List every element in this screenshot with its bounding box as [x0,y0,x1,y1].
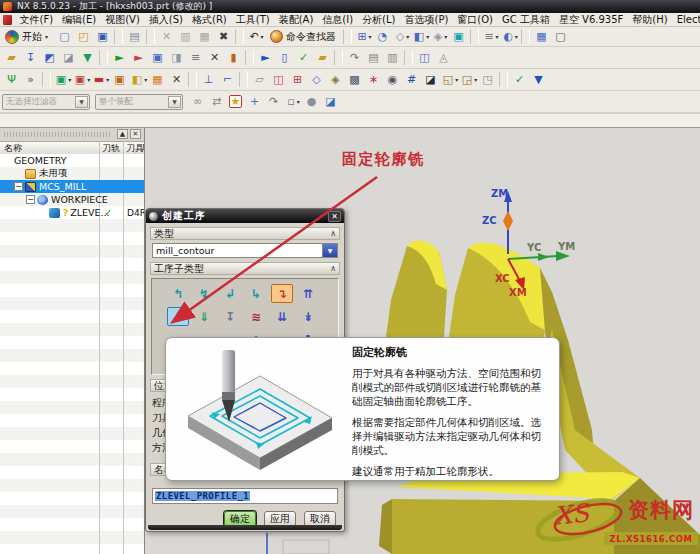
subtype-section-header[interactable]: 工序子类型 ∧ [150,262,340,275]
menu-item[interactable]: 分析(L) [358,13,400,27]
menu-item[interactable]: 工具(T) [231,13,274,27]
menu-item[interactable]: 插入(S) [144,13,187,27]
sphere-select-icon[interactable]: ● [302,93,321,110]
undo-icon[interactable]: ↶▾ [246,28,265,45]
menu-item[interactable]: 首选项(P) [400,13,453,27]
list-toolpath-icon[interactable]: ≡ [186,49,205,66]
create-tool-icon[interactable]: ↧ [21,49,40,66]
subtype-plunge-mill-icon[interactable]: ↯ [193,284,215,303]
menu-item[interactable]: 格式(R) [188,13,232,27]
verify-toolpath-icon[interactable]: ▣ [148,49,167,66]
panel-close-button[interactable]: ✕ [130,129,141,139]
toolbar-icon[interactable] [499,72,508,87]
create-operation-icon[interactable]: ▼ [78,49,97,66]
toolbar-icon[interactable] [343,29,352,44]
toolbar-icon[interactable] [239,72,248,87]
wave-linker-icon[interactable]: ▦ [148,71,167,88]
toolbar-icon[interactable] [245,50,254,65]
offset-surface-icon[interactable]: ◈ [326,71,345,88]
subtype-cavity-mill-icon[interactable]: ↰ [167,284,189,303]
trim-body-icon[interactable]: ⊞ [288,71,307,88]
command-finder-button[interactable]: 命令查找器 [265,30,341,44]
save-icon[interactable]: ▣ [93,28,112,45]
move-object-icon[interactable]: ∗ [364,71,383,88]
tree-row[interactable]: GEOMETRY [0,154,144,167]
menu-item[interactable]: 星空 V6.935F [554,13,627,27]
electrode-design-icon[interactable]: ▣▾ [72,71,91,88]
orient-view-icon[interactable]: ◇▾ [392,28,411,45]
paste-icon[interactable]: ▦ [195,28,214,45]
menu-item[interactable]: 信息(I) [318,13,358,27]
rotate-view-icon[interactable]: ↷ [264,93,283,110]
subtype-zlevel-corner-icon[interactable]: ⇈ [297,284,319,303]
face-analysis-icon[interactable]: ◈▾ [430,28,449,45]
print-icon[interactable]: ▤ [125,28,144,45]
pocket-design-icon[interactable]: ◧▾ [129,71,148,88]
snap-rings-icon[interactable]: ∞ [188,93,207,110]
wrap-geometry-icon[interactable]: ◉ [383,71,402,88]
shaded-view-icon[interactable]: ◧▾ [411,28,430,45]
subtype-contour-surface-area-icon[interactable]: ↧ [219,307,241,326]
copy-icon[interactable]: ▥ [176,28,195,45]
sketch-icon[interactable]: ⌐ [218,71,237,88]
tree-row[interactable]: − MCS_MILL [0,180,144,193]
window-icon[interactable]: ▦ [532,28,551,45]
create-method-icon[interactable]: ◪ [59,49,78,66]
toolbar-icon[interactable] [188,72,197,87]
start-button[interactable]: 开始 ▾ [2,30,55,44]
sync-icon[interactable]: ↷ [345,49,364,66]
subtype-contour-area-non-steep-icon[interactable]: ⇊ [271,307,293,326]
selection-scope-dropdown[interactable]: 整个装配 ▼ [95,94,183,110]
create-geometry-icon[interactable]: ◩ [40,49,59,66]
toolbar-icon[interactable] [114,29,123,44]
tree-row[interactable]: − WORKPIECE [0,193,144,206]
machine-tool-view-icon[interactable]: ▯ [275,49,294,66]
expand-toggle[interactable]: − [14,182,23,191]
dialog-title-bar[interactable]: 创建工序 ✕ [146,209,344,223]
hd3d-icon[interactable]: ▼ [529,71,548,88]
shop-doc-icon[interactable]: ▥ [383,49,402,66]
sew-icon[interactable]: ◇ [307,71,326,88]
feeds-speeds-icon[interactable]: ▮ [224,49,243,66]
panel-collapse-button[interactable]: ▲ [117,129,128,139]
menu-item[interactable]: GC 工具箱 [498,13,555,27]
tree-row[interactable]: 未用项 [0,167,144,180]
operation-type-dropdown[interactable]: mill_contour ▼ [152,243,338,258]
zoom-icon[interactable]: ◔ [373,28,392,45]
solid-cube-icon[interactable]: ◪ [321,93,340,110]
generate-toolpath-icon[interactable]: ► [110,49,129,66]
menu-item[interactable]: 视图(V) [101,13,145,27]
subtype-zlevel-profile-icon[interactable]: ↴ [271,284,293,303]
new-file-icon[interactable]: ▢ [55,28,74,45]
menu-item[interactable]: Electrode_Tools [672,14,700,25]
plane-icon[interactable]: ▱ [250,71,269,88]
toolbar-icon[interactable] [334,50,343,65]
subtype-contour-area-dir-steep-icon[interactable]: ↡ [297,307,319,326]
create-program-icon[interactable]: ▰ [2,49,21,66]
marquee-select-icon[interactable]: ▫▾ [283,93,302,110]
type-section-header[interactable]: 类型 ∧ [150,227,340,240]
fit-view-icon[interactable]: ⊞▾ [354,28,373,45]
snapshot-icon[interactable]: ▣ [449,28,468,45]
menu-item[interactable]: 帮助(H) [628,13,672,27]
delete-feature-icon[interactable]: ✕ [167,71,186,88]
open-file-icon[interactable]: ◰ [74,28,93,45]
more-commands-icon[interactable]: » [21,71,40,88]
subtype-corner-rough-icon[interactable]: ↲ [219,284,241,303]
toolbar-icon[interactable] [404,50,413,65]
cut-icon[interactable]: ✕ [157,28,176,45]
subtype-fixed-contour-icon[interactable]: ↓ [167,307,189,326]
show-hide-icon[interactable]: ◐▾ [500,28,519,45]
menu-item[interactable]: 编辑(E) [58,13,101,27]
operation-name-input[interactable]: ZLEVEL_PROFILE_1 [152,488,338,504]
selection-filter-dropdown[interactable]: 无选择过滤器 ▼ [2,94,90,110]
subtype-contour-area-icon[interactable]: ⇓ [193,307,215,326]
boolean-icon[interactable]: ◱▾ [440,71,459,88]
delete-operation-icon[interactable]: ✕ [205,49,224,66]
check-mate-icon[interactable]: ✓ [510,71,529,88]
program-order-view-icon[interactable]: ► [256,49,275,66]
toolbar-icon[interactable] [99,50,108,65]
pattern-icon[interactable]: ◲▾ [459,71,478,88]
thicken-icon[interactable]: ▩ [345,71,364,88]
expand-toggle[interactable]: − [26,195,35,204]
